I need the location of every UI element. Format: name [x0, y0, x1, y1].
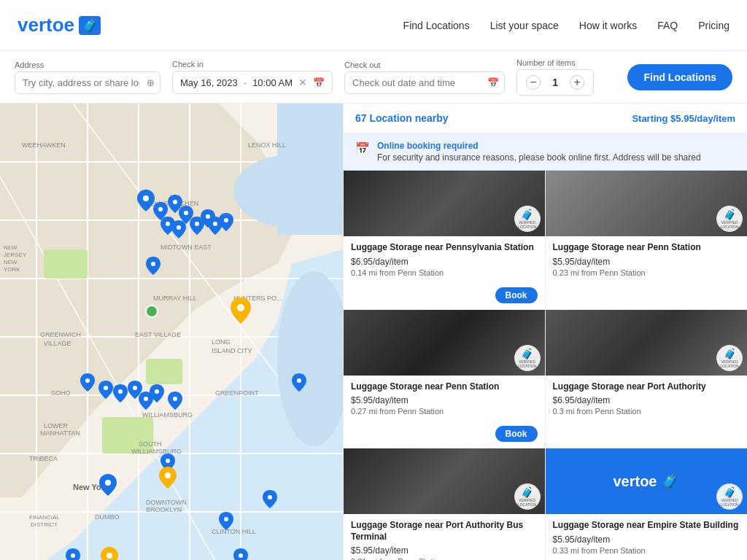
svg-text:EAST VILLAGE: EAST VILLAGE	[135, 331, 181, 338]
nav-pricing[interactable]: Pricing	[698, 20, 729, 31]
svg-point-59	[184, 211, 188, 215]
checkin-separator: -	[244, 77, 247, 88]
card-title: Luggage Storage near Pennsylvania Statio…	[351, 242, 538, 254]
verified-badge: 🧳 VERIFIED LOCATION	[514, 483, 541, 510]
price-prefix: Starting	[632, 113, 670, 124]
svg-text:DOWNTOWN: DOWNTOWN	[146, 499, 187, 506]
svg-point-84	[165, 472, 171, 478]
svg-text:LOWER: LOWER	[44, 422, 69, 429]
items-counter: − 1 +	[516, 69, 594, 96]
calendar-notice-icon: 📅	[355, 141, 370, 155]
nav-find-locations[interactable]: Find Locations	[403, 20, 470, 31]
checkout-input[interactable]	[344, 71, 505, 94]
nav-how-it-works[interactable]: How it works	[579, 20, 637, 31]
location-card: 🧳 VERIFIED LOCATION Luggage Storage near…	[344, 448, 546, 560]
card-image: 🧳 VERIFIED LOCATION	[344, 310, 545, 376]
card-footer: Book	[344, 287, 545, 309]
card-info: Luggage Storage near Port Authority $6.9…	[546, 376, 748, 443]
address-field-group: Address ⊕	[15, 61, 160, 94]
logo-text: vertoe	[18, 14, 74, 36]
address-input[interactable]	[15, 71, 160, 94]
svg-text:TRIBECA: TRIBECA	[29, 455, 58, 462]
svg-text:DUMBO: DUMBO	[95, 513, 120, 521]
card-image: 🧳 VERIFIED LOCATION	[344, 171, 545, 236]
svg-text:NEW: NEW	[4, 259, 18, 265]
svg-point-63	[206, 214, 210, 219]
nav-list-space[interactable]: List your space	[490, 20, 559, 31]
card-info: Luggage Storage near Pennsylvania Statio…	[344, 236, 545, 287]
card-distance: 0.31 mi from Penn Station	[351, 557, 538, 560]
svg-text:SOHO: SOHO	[51, 389, 71, 397]
card-info: Luggage Storage near Empire State Buildi…	[546, 514, 748, 560]
svg-point-80	[239, 553, 243, 558]
location-card: vertoe 🧳 🧳 VERIFIED LOCATION Luggage Sto…	[546, 448, 748, 560]
svg-point-73	[155, 389, 159, 394]
location-icon: ⊕	[147, 77, 155, 88]
book-button[interactable]: Book	[495, 287, 538, 303]
card-price: $6.95/day/item	[553, 395, 740, 405]
results-header: 67 Location nearby Starting $5.95/day/it…	[344, 104, 747, 133]
svg-point-72	[144, 397, 148, 401]
bag-icon: 🧳	[724, 486, 736, 498]
svg-point-70	[118, 389, 123, 394]
items-decrement-button[interactable]: −	[526, 75, 541, 90]
count-label: Location nearby	[367, 112, 449, 124]
checkin-input[interactable]: May 16, 2023 - 10:00 AM ✕ 📅	[172, 71, 333, 94]
svg-point-56	[143, 195, 149, 201]
svg-point-74	[173, 397, 177, 401]
items-increment-button[interactable]: +	[570, 75, 584, 90]
svg-text:DISTRICT: DISTRICT	[31, 521, 58, 528]
items-count: 1	[548, 77, 562, 88]
main-nav: Find Locations List your space How it wo…	[403, 20, 729, 31]
svg-rect-18	[277, 104, 343, 235]
svg-text:WILLIAMSBURG: WILLIAMSBURG	[142, 411, 193, 419]
card-image: 🧳 VERIFIED LOCATION	[546, 310, 748, 376]
location-card: 🧳 VERIFIED LOCATION Luggage Storage near…	[546, 310, 748, 449]
svg-point-79	[224, 517, 228, 521]
verified-text: VERIFIED LOCATION	[515, 498, 540, 507]
svg-point-68	[85, 378, 90, 383]
bag-icon: 🧳	[724, 209, 736, 220]
checkin-time: 10:00 AM	[252, 77, 293, 88]
svg-point-60	[166, 222, 170, 226]
svg-point-71	[133, 386, 137, 390]
items-label: Number of items	[516, 58, 594, 67]
bag-icon: 🧳	[521, 486, 533, 498]
svg-text:FINANCIAL: FINANCIAL	[29, 514, 60, 521]
book-button[interactable]: Book	[495, 426, 538, 442]
search-bar: Address ⊕ Check in May 16, 2023 - 10:00 …	[0, 51, 747, 104]
card-image: vertoe 🧳 🧳 VERIFIED LOCATION	[546, 448, 748, 514]
verified-badge: 🧳 VERIFIED LOCATION	[514, 345, 541, 371]
svg-point-69	[104, 386, 108, 390]
card-price: $5.95/day/item	[553, 534, 740, 545]
svg-point-76	[166, 459, 170, 463]
svg-text:GREENWICH: GREENWICH	[40, 331, 81, 338]
find-locations-button[interactable]: Find Locations	[627, 64, 732, 90]
logo[interactable]: vertoe 🧳	[18, 14, 101, 36]
bag-icon: 🧳	[521, 348, 533, 359]
svg-text:WEEHAWKEN: WEEHAWKEN	[22, 141, 66, 149]
card-price: $6.95/day/item	[351, 257, 538, 267]
verified-badge: 🧳 VERIFIED LOCATION	[716, 345, 743, 371]
notice-title: Online booking required	[377, 141, 701, 151]
verified-text: VERIFIED LOCATION	[515, 359, 540, 368]
verified-badge: 🧳 VERIFIED LOCATION	[716, 206, 743, 232]
svg-text:ISLAND CITY: ISLAND CITY	[212, 347, 252, 354]
location-card: 🧳 VERIFIED LOCATION Luggage Storage near…	[344, 310, 546, 449]
svg-point-57	[158, 207, 163, 211]
svg-text:YORK: YORK	[4, 266, 20, 273]
svg-point-67	[237, 304, 244, 311]
nav-faq[interactable]: FAQ	[657, 20, 678, 31]
calendar-icon: 📅	[313, 77, 325, 88]
card-title: Luggage Storage near Port Authority	[553, 381, 740, 393]
card-info: Luggage Storage near Penn Station $5.95/…	[546, 236, 748, 303]
card-image: 🧳 VERIFIED LOCATION	[546, 171, 748, 236]
card-title: Luggage Storage near Empire State Buildi…	[553, 520, 740, 532]
checkin-clear-icon[interactable]: ✕	[298, 77, 307, 88]
checkin-label: Check in	[172, 60, 333, 69]
svg-point-62	[195, 222, 199, 226]
verified-badge: 🧳 VERIFIED LOCATION	[514, 206, 541, 232]
notice-text: Online booking required For security and…	[377, 141, 701, 163]
svg-point-66	[151, 262, 155, 266]
map-container[interactable]: WEEHAWKEN NEW JERSEY NEW YORK LENOX HILL…	[0, 104, 343, 560]
